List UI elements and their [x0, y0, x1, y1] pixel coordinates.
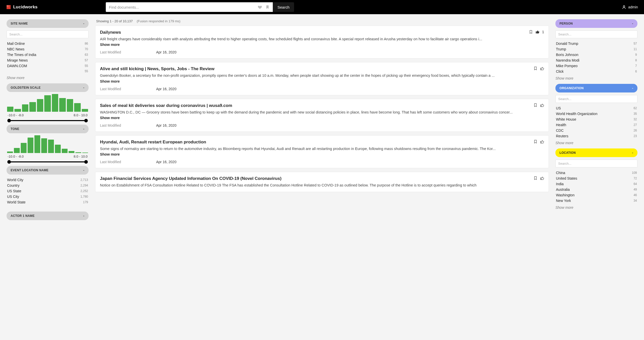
slider-knob-high[interactable] [84, 119, 88, 122]
histo-bar[interactable] [82, 153, 88, 153]
facet-item[interactable]: DAWN.COM55 [7, 63, 89, 69]
bookmark-icon[interactable] [529, 30, 533, 34]
facet-item[interactable]: US62 [555, 105, 637, 111]
search-input[interactable] [109, 5, 258, 9]
facet-item[interactable]: World State179 [7, 199, 89, 205]
result-title[interactable]: Sales of meal kit deliveries soar during… [100, 103, 533, 108]
facet-item[interactable]: Donald Trump57 [555, 41, 637, 46]
histo-bar[interactable] [75, 152, 81, 153]
thumbs-up-icon[interactable] [540, 66, 544, 70]
histo-bar[interactable] [74, 103, 80, 112]
facet-search-organization[interactable] [555, 95, 637, 103]
bookmark-icon[interactable] [533, 140, 537, 144]
result-title[interactable]: Hyundai, Audi, Renault restart European … [100, 140, 533, 145]
favorite-icon[interactable] [258, 5, 262, 9]
facet-search-person[interactable] [555, 30, 637, 38]
thumbs-up-icon[interactable] [535, 30, 539, 34]
result-title[interactable]: Dailynews [100, 30, 529, 35]
brand-logo[interactable]: Lucidworks [6, 5, 37, 10]
result-title[interactable]: Japan Financial Services Agency Updated … [100, 176, 533, 181]
facet-item[interactable]: Australia49 [555, 187, 637, 192]
bookmark-icon[interactable] [533, 103, 537, 107]
histo-bar[interactable] [37, 99, 43, 112]
histo-bar[interactable] [34, 135, 40, 153]
facet-item[interactable]: World City2,713 [7, 177, 89, 183]
facet-item[interactable]: NBC News70 [7, 46, 89, 52]
facet-item[interactable]: World Health Organization35 [555, 111, 637, 117]
tone-slider[interactable] [9, 161, 86, 162]
facet-item[interactable]: US State2,252 [7, 188, 89, 194]
facet-item[interactable]: United States72 [555, 176, 637, 181]
facet-item[interactable]: Mail Online86 [7, 41, 89, 46]
facet-item[interactable]: The Times of India63 [7, 52, 89, 58]
facet-item[interactable]: US City1,780 [7, 194, 89, 199]
facet-item[interactable]: 55 [7, 69, 89, 74]
facet-item[interactable]: Trump11 [555, 46, 637, 52]
facet-item[interactable]: Washington46 [555, 192, 637, 198]
facet-item[interactable]: CDC26 [555, 128, 637, 133]
histo-bar[interactable] [7, 107, 13, 112]
slider-knob-low[interactable] [7, 160, 11, 164]
facet-header-event-location[interactable]: EVENT LOCATION NAME - [7, 166, 89, 175]
show-more-organization[interactable]: Show more [555, 141, 637, 145]
slider-knob-high[interactable] [84, 160, 88, 164]
facet-item[interactable]: New York34 [555, 198, 637, 203]
result-show-more[interactable]: Show more [100, 79, 544, 83]
facet-search-site-name[interactable] [7, 30, 89, 38]
histo-bar[interactable] [22, 104, 28, 112]
result-show-more[interactable]: Show more [100, 43, 544, 47]
facet-header-tone[interactable]: TONE - [7, 125, 89, 133]
show-more-location[interactable]: Show more [555, 205, 637, 210]
user-menu[interactable]: admin [622, 5, 638, 9]
thumbs-up-icon[interactable] [540, 176, 544, 180]
result-show-more[interactable]: Show more [100, 116, 544, 120]
histo-bar[interactable] [29, 102, 36, 112]
facet-item[interactable]: Mirage News57 [7, 58, 89, 63]
bookmark-icon[interactable] [265, 5, 270, 9]
goldstein-slider[interactable] [9, 120, 86, 121]
facet-item[interactable]: Narendra Modi8 [555, 58, 637, 63]
thumbs-up-icon[interactable] [540, 140, 544, 144]
facet-search-location[interactable] [555, 160, 637, 167]
histo-bar[interactable] [52, 94, 58, 112]
facet-item[interactable]: Health27 [555, 122, 637, 128]
facet-header-person[interactable]: PERSON - [555, 19, 637, 28]
histo-bar[interactable] [55, 145, 61, 153]
thumbs-up-icon[interactable] [540, 103, 544, 107]
bookmark-icon[interactable] [533, 176, 537, 180]
facet-header-actor1[interactable]: ACTOR 1 NAME - [7, 212, 89, 220]
histo-bar[interactable] [48, 140, 54, 153]
histo-bar[interactable] [82, 109, 88, 112]
facet-item[interactable]: Boris Johnson9 [555, 52, 637, 58]
histo-bar[interactable] [44, 95, 51, 112]
facet-header-site-name[interactable]: SITE NAME - [7, 19, 89, 28]
histo-bar[interactable] [7, 152, 13, 153]
search-button[interactable]: Search [273, 2, 294, 12]
histo-bar[interactable] [28, 138, 33, 153]
facet-header-location[interactable]: LOCATION - [555, 148, 637, 157]
histo-bar[interactable] [59, 98, 66, 112]
histo-bar[interactable] [14, 109, 21, 112]
search-box[interactable] [106, 2, 273, 12]
histo-bar[interactable] [69, 151, 74, 153]
result-show-more[interactable]: Show more [100, 152, 544, 156]
histo-bar[interactable] [62, 149, 68, 153]
result-title[interactable]: Alive and still kicking | News, Sports, … [100, 66, 533, 71]
facet-header-goldstein[interactable]: GOLDSTEIN SCALE - [7, 83, 89, 92]
facet-item[interactable]: India64 [555, 181, 637, 187]
histo-bar[interactable] [67, 99, 73, 112]
facet-item[interactable]: Reuters23 [555, 133, 637, 139]
slider-knob-low[interactable] [7, 119, 11, 122]
show-more-person[interactable]: Show more [555, 76, 637, 80]
histo-bar[interactable] [21, 143, 27, 153]
histo-bar[interactable] [14, 148, 20, 153]
facet-header-organization[interactable]: ORGANIZATION - [555, 84, 637, 92]
facet-item[interactable]: China109 [555, 170, 637, 176]
facet-item[interactable]: Country2,294 [7, 183, 89, 188]
show-more-site-name[interactable]: Show more [7, 76, 89, 80]
facet-item[interactable]: Click6 [555, 69, 637, 74]
histo-bar[interactable] [41, 138, 47, 153]
facet-item[interactable]: Mike Pompeo7 [555, 63, 637, 69]
facet-item[interactable]: White House32 [555, 117, 637, 122]
bookmark-icon[interactable] [533, 66, 537, 70]
